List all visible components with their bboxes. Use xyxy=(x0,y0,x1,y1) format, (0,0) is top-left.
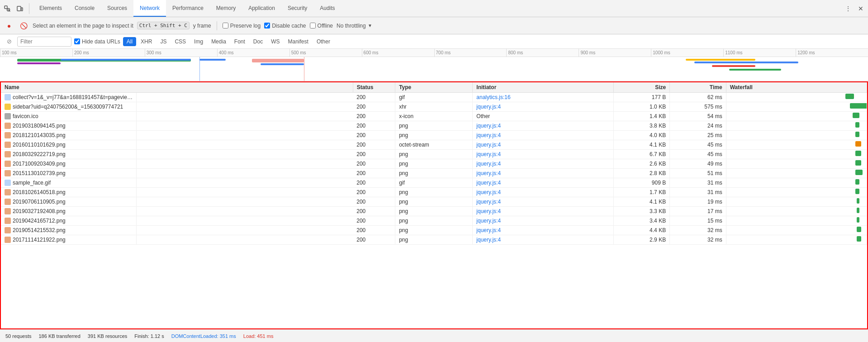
tab-audits[interactable]: Audits xyxy=(313,0,341,17)
cell-name[interactable]: 20181210143035.png xyxy=(1,131,137,140)
dom-content-loaded[interactable]: DOMContentLoaded: 351 ms xyxy=(171,333,236,339)
header-size[interactable]: Size xyxy=(613,82,670,93)
header-status[interactable]: Status xyxy=(353,82,395,93)
cell-name[interactable]: 20190327192408.png xyxy=(1,207,137,216)
cell-name[interactable]: favicon.ico xyxy=(1,112,137,121)
tab-network[interactable]: Network xyxy=(133,0,166,17)
cell-name[interactable]: 20190424165712.png xyxy=(1,216,137,225)
tab-performance[interactable]: Performance xyxy=(166,0,210,17)
cell-name[interactable]: sample_face.gif xyxy=(1,178,137,187)
cell-name[interactable]: sidebar?uid=q240756200&_=1563009774721 xyxy=(1,102,137,111)
table-row[interactable]: 20151130102739.png200pngjquery.js:42.8 K… xyxy=(1,169,867,178)
table-row[interactable]: 20160110101629.png200octet-streamjquery.… xyxy=(1,140,867,150)
disable-cache-label[interactable]: Disable cache xyxy=(264,23,306,29)
filter-btn-doc[interactable]: Doc xyxy=(250,37,266,46)
table-row[interactable]: 20180329222719.png200pngjquery.js:46.7 K… xyxy=(1,150,867,159)
header-initiator[interactable]: Initiator xyxy=(473,82,613,93)
throttle-select[interactable]: No throttling Fast 3G Slow 3G Offline xyxy=(337,23,373,29)
tab-sources[interactable]: Sources xyxy=(101,0,133,17)
table-row[interactable]: 20190318094145.png200pngjquery.js:43.8 K… xyxy=(1,121,867,131)
header-time[interactable]: Time xyxy=(670,82,726,93)
initiator-link[interactable]: jquery.js:4 xyxy=(476,104,501,110)
cell-initiator[interactable]: jquery.js:4 xyxy=(473,197,613,207)
filter-btn-manifest[interactable]: Manifest xyxy=(285,37,312,46)
close-devtools-icon[interactable]: ✕ xyxy=(855,3,866,14)
table-row[interactable]: favicon.ico200x-iconOther1.4 KB54 ms xyxy=(1,112,867,121)
initiator-link[interactable]: jquery.js:4 xyxy=(476,123,501,129)
table-row[interactable]: 20190706110905.png200pngjquery.js:44.1 K… xyxy=(1,197,867,207)
cell-name[interactable]: 20151130102739.png xyxy=(1,169,137,178)
hide-data-urls-label[interactable]: Hide data URLs xyxy=(74,38,120,45)
record-icon[interactable]: ● xyxy=(4,20,14,31)
initiator-link[interactable]: jquery.js:4 xyxy=(476,151,501,157)
table-row[interactable]: sidebar?uid=q240756200&_=156300977472120… xyxy=(1,102,867,112)
cell-initiator[interactable]: analytics.js:16 xyxy=(473,93,613,102)
cell-initiator[interactable]: jquery.js:4 xyxy=(473,131,613,140)
table-row[interactable]: 20171114121922.png200pngjquery.js:42.9 K… xyxy=(1,235,867,245)
table-row[interactable]: 20171009203409.png200pngjquery.js:42.6 K… xyxy=(1,159,867,169)
table-row[interactable]: 20190424165712.png200pngjquery.js:43.4 K… xyxy=(1,216,867,226)
throttle-select-wrap[interactable]: No throttling Fast 3G Slow 3G Offline ▼ xyxy=(337,23,373,29)
tab-console[interactable]: Console xyxy=(68,0,101,17)
table-row[interactable]: 20190327192408.png200pngjquery.js:43.3 K… xyxy=(1,207,867,216)
filter-btn-js[interactable]: JS xyxy=(157,37,170,46)
cell-name[interactable]: 20190706110905.png xyxy=(1,197,137,206)
more-tabs-icon[interactable]: ⋮ xyxy=(843,3,854,14)
initiator-link[interactable]: analytics.js:16 xyxy=(476,94,510,100)
cell-initiator[interactable]: jquery.js:4 xyxy=(473,169,613,178)
cell-name[interactable]: 20190318094145.png xyxy=(1,121,137,130)
cell-initiator[interactable]: jquery.js:4 xyxy=(473,235,613,245)
disable-cache-checkbox[interactable] xyxy=(264,23,270,28)
table-row[interactable]: collect?v=1&_v=j77&a=1688191457&t=pagevi… xyxy=(1,93,867,102)
preserve-log-label[interactable]: Preserve log xyxy=(223,23,261,29)
cell-name[interactable]: 20171114121922.png xyxy=(1,235,137,244)
header-type[interactable]: Type xyxy=(395,82,473,93)
filter-btn-font[interactable]: Font xyxy=(231,37,249,46)
initiator-link[interactable]: jquery.js:4 xyxy=(476,180,501,186)
table-row[interactable]: sample_face.gif200gifjquery.js:4909 B31 … xyxy=(1,178,867,188)
cell-initiator[interactable]: jquery.js:4 xyxy=(473,226,613,235)
hide-data-urls-checkbox[interactable] xyxy=(74,38,80,44)
cell-initiator[interactable]: jquery.js:4 xyxy=(473,178,613,188)
filter-btn-other[interactable]: Other xyxy=(313,37,334,46)
offline-label[interactable]: Offline xyxy=(310,23,333,29)
table-row[interactable]: 20181210143035.png200pngjquery.js:44.0 K… xyxy=(1,131,867,140)
cell-initiator[interactable]: jquery.js:4 xyxy=(473,121,613,131)
filter-btn-img[interactable]: Img xyxy=(190,37,207,46)
cell-initiator[interactable]: jquery.js:4 xyxy=(473,102,613,112)
cell-name[interactable]: collect?v=1&_v=j77&a=1688191457&t=pagevi… xyxy=(1,93,137,102)
tab-elements[interactable]: Elements xyxy=(33,0,68,17)
filter-btn-css[interactable]: CSS xyxy=(171,37,190,46)
initiator-link[interactable]: jquery.js:4 xyxy=(476,199,501,205)
initiator-link[interactable]: jquery.js:4 xyxy=(476,208,501,214)
cell-initiator[interactable]: jquery.js:4 xyxy=(473,140,613,150)
preserve-log-checkbox[interactable] xyxy=(223,23,228,28)
cell-initiator[interactable]: jquery.js:4 xyxy=(473,159,613,169)
inspect-icon[interactable] xyxy=(2,3,13,14)
header-waterfall[interactable]: Waterfall xyxy=(726,82,867,93)
header-name[interactable]: Name xyxy=(1,82,353,93)
filter-btn-all[interactable]: All xyxy=(123,37,136,46)
offline-checkbox[interactable] xyxy=(310,23,316,28)
clear-icon[interactable]: 🚫 xyxy=(18,20,29,31)
initiator-link[interactable]: jquery.js:4 xyxy=(476,189,501,195)
initiator-link[interactable]: jquery.js:4 xyxy=(476,237,501,243)
filter-btn-xhr[interactable]: XHR xyxy=(137,37,156,46)
initiator-link[interactable]: jquery.js:4 xyxy=(476,161,501,167)
cell-name[interactable]: 20190514215532.png xyxy=(1,226,137,235)
cell-initiator[interactable]: jquery.js:4 xyxy=(473,216,613,226)
initiator-link[interactable]: jquery.js:4 xyxy=(476,170,501,176)
filter-icon[interactable]: ⊘ xyxy=(4,36,14,47)
initiator-link[interactable]: jquery.js:4 xyxy=(476,142,501,148)
initiator-link[interactable]: jquery.js:4 xyxy=(476,132,501,138)
cell-initiator[interactable]: jquery.js:4 xyxy=(473,188,613,197)
table-row[interactable]: 20181026140518.png200pngjquery.js:41.7 K… xyxy=(1,188,867,197)
tab-memory[interactable]: Memory xyxy=(210,0,242,17)
cell-name[interactable]: 20181026140518.png xyxy=(1,188,137,197)
filter-btn-media[interactable]: Media xyxy=(208,37,230,46)
cell-initiator[interactable]: jquery.js:4 xyxy=(473,207,613,216)
tab-application[interactable]: Application xyxy=(242,0,281,17)
initiator-link[interactable]: jquery.js:4 xyxy=(476,218,501,224)
cell-name[interactable]: 20160110101629.png xyxy=(1,140,137,149)
table-row[interactable]: 20190514215532.png200pngjquery.js:44.4 K… xyxy=(1,226,867,235)
